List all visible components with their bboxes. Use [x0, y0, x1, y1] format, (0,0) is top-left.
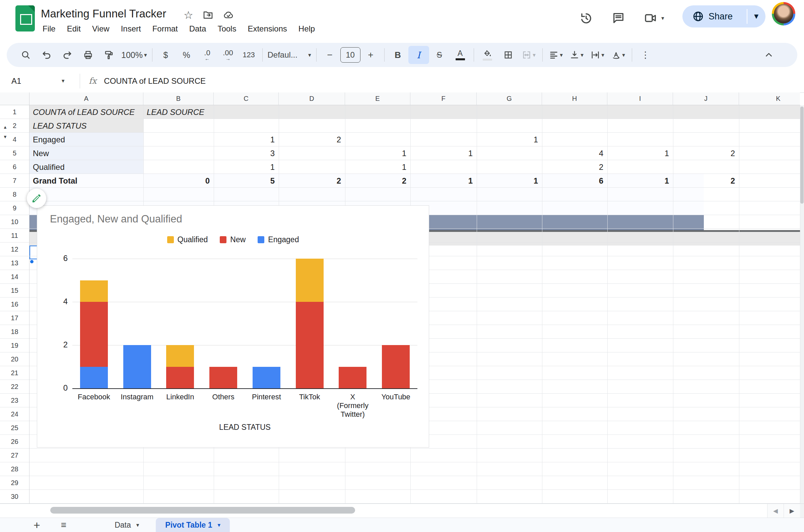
pivot-grand-total-value[interactable]: 20	[739, 174, 800, 188]
pivot-grand-total-value[interactable]: 5	[214, 174, 275, 188]
pivot-value-cell[interactable]: 4	[739, 133, 800, 146]
row-header-7[interactable]: 7	[0, 174, 29, 188]
bar-YouTube-New[interactable]	[382, 345, 410, 388]
pivot-col-header-Grand Total[interactable]: Grand Total	[742, 119, 800, 133]
row-header-12[interactable]: 12	[0, 243, 29, 256]
row-header-28[interactable]: 28	[0, 462, 29, 476]
pivot-grand-total-value[interactable]: 0	[143, 174, 210, 188]
bar-Facebook-Qualified[interactable]	[80, 280, 108, 302]
zoom-control[interactable]: 100% ▾	[119, 46, 149, 64]
name-box-caret-icon[interactable]: ▾	[62, 77, 75, 84]
pivot-grand-total-value[interactable]: 6	[542, 174, 603, 188]
pivot-col-header-TikTok[interactable]: TikTok	[545, 119, 607, 133]
horizontal-scrollbar-thumb[interactable]	[50, 507, 355, 514]
row-header-5[interactable]: 5	[0, 146, 29, 160]
menu-edit[interactable]: Edit	[61, 21, 87, 36]
bar-Instagram-Engaged[interactable]	[123, 345, 151, 388]
pivot-col-header-Pinterest[interactable]: Pinterest	[479, 119, 542, 133]
move-to-folder-icon[interactable]	[203, 10, 213, 20]
star-icon[interactable]: ☆	[184, 9, 193, 21]
meet-button[interactable]: ▾	[643, 12, 664, 25]
row-header-8[interactable]: 8	[0, 188, 29, 201]
pivot-col-header-X (Formerly Twitter)[interactable]: X (Formerly Twitter)	[610, 119, 673, 133]
pivot-grand-total-value[interactable]: 2	[673, 174, 735, 188]
cell-A1[interactable]: COUNTA of LEAD SOURCE	[33, 105, 142, 119]
bar-LinkedIn-Qualified[interactable]	[166, 345, 194, 367]
paint-format-button[interactable]	[98, 46, 119, 64]
all-sheets-menu-button[interactable]: ≡	[61, 519, 66, 530]
row-header-15[interactable]: 15	[0, 284, 29, 298]
pivot-value-cell[interactable]: 1	[477, 133, 538, 146]
cell-A2[interactable]: LEAD STATUS	[33, 119, 142, 133]
vertical-scrollbar-thumb[interactable]	[800, 107, 804, 204]
edit-pivot-table-button[interactable]	[27, 189, 46, 208]
fill-color-button[interactable]	[477, 46, 498, 64]
row-header-24[interactable]: 24	[0, 407, 29, 421]
row-header-30[interactable]: 30	[0, 490, 29, 504]
row-header-18[interactable]: 18	[0, 325, 29, 339]
decrease-decimal-button[interactable]: .0←	[197, 46, 218, 64]
document-title[interactable]: Marketing Funnel Tracker	[41, 7, 166, 20]
spreadsheet-grid[interactable]: Engaged, New and Qualified QualifiedNewE…	[30, 105, 800, 504]
number-format-button[interactable]: 123	[238, 46, 259, 64]
row-header-22[interactable]: 22	[0, 380, 29, 394]
column-header-B[interactable]: B	[143, 93, 214, 105]
increase-decimal-button[interactable]: .00→	[218, 46, 238, 64]
pivot-grand-total-value[interactable]: 1	[607, 174, 669, 188]
row-header-9[interactable]: 9	[0, 201, 29, 215]
pivot-value-cell[interactable]: 1	[214, 133, 275, 146]
legend-item-New[interactable]: New	[220, 235, 246, 244]
pivot-value-cell[interactable]: 1	[410, 146, 473, 160]
column-header-F[interactable]: F	[410, 93, 477, 105]
collapse-toolbar-button[interactable]	[759, 46, 779, 64]
pivot-value-cell[interactable]: 3	[214, 146, 275, 160]
increase-font-size-button[interactable]: +	[361, 46, 381, 64]
column-header-E[interactable]: E	[345, 93, 410, 105]
add-sheet-button[interactable]: +	[34, 519, 40, 531]
row-header-29[interactable]: 29	[0, 476, 29, 490]
row-header-19[interactable]: 19	[0, 339, 29, 353]
bar-TikTok-Qualified[interactable]	[296, 259, 324, 302]
vertical-align-button[interactable]: ▾	[567, 46, 587, 64]
format-percent-button[interactable]: %	[176, 46, 197, 64]
row-header-25[interactable]: 25	[0, 421, 29, 435]
menu-tools[interactable]: Tools	[212, 21, 242, 36]
reveal-hidden-rows-up-icon[interactable]: ▲	[3, 125, 7, 130]
sheet-tab-pivot-table-1[interactable]: Pivot Table 1 ▾	[156, 518, 230, 532]
menu-help[interactable]: Help	[293, 21, 321, 36]
menu-extensions[interactable]: Extensions	[242, 21, 292, 36]
bar-TikTok-New[interactable]	[296, 302, 324, 388]
column-header-A[interactable]: A	[30, 93, 143, 105]
format-currency-button[interactable]: $	[155, 46, 176, 64]
column-header-K[interactable]: K	[739, 93, 800, 105]
select-all-corner[interactable]	[0, 93, 30, 105]
text-rotation-button[interactable]: ▾	[608, 46, 629, 64]
sheet-tab-data[interactable]: Data ▾	[107, 518, 147, 532]
menu-format[interactable]: Format	[147, 21, 184, 36]
meet-caret-icon[interactable]: ▾	[661, 15, 664, 22]
menu-file[interactable]: File	[37, 21, 61, 36]
pivot-value-cell[interactable]: 1	[214, 160, 275, 174]
pivot-value-cell[interactable]: 1	[345, 160, 406, 174]
column-header-J[interactable]: J	[673, 93, 739, 105]
bar-X (Formerly Twitter)-New[interactable]	[339, 367, 366, 388]
pivot-col-header-LinkedIn[interactable]: LinkedIn	[348, 119, 410, 133]
pivot-value-cell[interactable]: 2	[673, 146, 735, 160]
bar-Pinterest-Engaged[interactable]	[253, 367, 281, 388]
pivot-row-label-Engaged[interactable]: Engaged	[33, 133, 142, 146]
legend-item-Qualified[interactable]: Qualified	[167, 235, 208, 244]
pivot-value-cell[interactable]: 2	[279, 133, 341, 146]
pivot-grand-total-value[interactable]: 1	[477, 174, 538, 188]
avatar[interactable]	[772, 2, 795, 25]
pivot-col-header-YouTube[interactable]: YouTube	[676, 119, 739, 133]
name-box[interactable]: A1	[0, 76, 62, 86]
pivot-grand-total-value[interactable]: 1	[410, 174, 473, 188]
share-caret-icon[interactable]: ▼	[747, 12, 766, 21]
column-header-H[interactable]: H	[542, 93, 607, 105]
pivot-row-label-Qualified[interactable]: Qualified	[33, 160, 142, 174]
pivot-col-header-Facebook[interactable]: Facebook	[216, 119, 279, 133]
sheets-logo-icon[interactable]	[15, 5, 35, 32]
strikethrough-button[interactable]: S	[429, 46, 450, 64]
row-header-17[interactable]: 17	[0, 311, 29, 325]
row-header-10[interactable]: 10	[0, 215, 29, 229]
